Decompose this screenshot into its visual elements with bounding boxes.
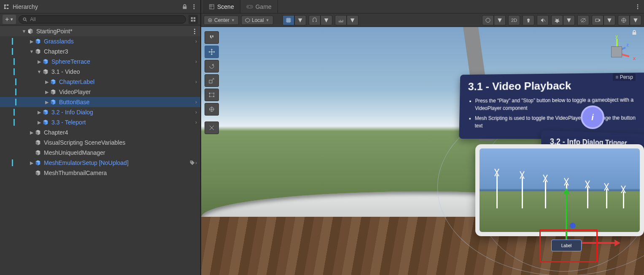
projection-toggle[interactable]: ≡ Persp (613, 73, 636, 81)
tab-menu-icon[interactable] (631, 4, 644, 10)
hierarchy-item[interactable]: MeshThumbnailCamera (0, 168, 200, 178)
scene-root-row[interactable]: ▼StartingPoint* (0, 26, 200, 36)
open-prefab-icon[interactable]: › (195, 59, 197, 65)
disclosure-icon[interactable]: ▶ (44, 79, 50, 85)
hierarchy-tree[interactable]: ▼StartingPoint*▶Grasslands›▼Chapter3▶Sph… (0, 25, 200, 275)
disclosure-icon[interactable]: ▶ (29, 39, 35, 44)
open-prefab-icon[interactable]: › (195, 160, 197, 166)
toggle-audio[interactable] (537, 15, 549, 25)
hierarchy-item[interactable]: ▶VideoPlayer (0, 87, 200, 97)
tool-transform[interactable] (205, 103, 219, 116)
world-panel-bullet: Press the "Play" and "Stop" button below… (475, 96, 639, 112)
gizmos-dropdown[interactable]: ▼ (630, 15, 641, 25)
open-prefab-icon[interactable]: › (195, 109, 197, 115)
gameobject-icon (35, 129, 41, 136)
hierarchy-item[interactable]: ▶Chapter4 (0, 127, 200, 138)
draw-mode[interactable] (482, 15, 494, 25)
tool-rotate[interactable] (205, 60, 219, 73)
toggle-lighting[interactable] (523, 15, 534, 25)
hierarchy-item-label: Chapter4 (44, 129, 197, 136)
svg-point-15 (637, 4, 639, 5)
tab-game[interactable]: Game (240, 0, 278, 13)
axis-y-label: y (615, 34, 618, 39)
grid-dropdown[interactable]: ▼ (294, 15, 306, 25)
snap-increment-dropdown[interactable]: ▼ (347, 15, 358, 25)
snap-increment[interactable] (335, 15, 347, 25)
disclosure-icon[interactable]: ▶ (44, 100, 50, 105)
open-prefab-icon[interactable]: › (195, 38, 197, 44)
hierarchy-search[interactable]: All (19, 15, 186, 24)
tool-scale[interactable] (205, 74, 219, 87)
search-input[interactable] (38, 16, 182, 22)
hierarchy-item[interactable]: ▶Grasslands› (0, 36, 200, 46)
svg-point-9 (191, 161, 191, 162)
tab-scene[interactable]: Scene (203, 0, 240, 13)
toggle-hidden[interactable] (577, 15, 589, 25)
prefab-icon (42, 109, 49, 116)
svg-point-31 (209, 96, 210, 97)
gizmos-toggle[interactable] (618, 15, 630, 25)
camera-dropdown[interactable]: ▼ (604, 15, 615, 25)
hierarchy-item[interactable]: ▶3.2 - Info Dialog› (0, 107, 200, 117)
panel-menu-icon[interactable] (191, 4, 197, 10)
disclosure-icon[interactable]: ▶ (29, 130, 35, 135)
hierarchy-item[interactable]: ▶MeshEmulatorSetup [NoUpload]› (0, 158, 200, 168)
scene-menu-icon[interactable] (192, 29, 197, 34)
snap-dropdown[interactable]: ▼ (321, 15, 332, 25)
disclosure-icon[interactable]: ▼ (36, 69, 42, 74)
grid-toggle[interactable] (283, 15, 294, 25)
toggle-2d[interactable]: 2D (508, 15, 520, 25)
svg-rect-10 (210, 4, 214, 9)
disclosure-icon[interactable]: ▶ (36, 110, 42, 115)
tool-move[interactable] (205, 46, 219, 58)
orientation-gizmo[interactable]: y x z (599, 35, 634, 69)
scene-icon (27, 28, 34, 35)
disclosure-icon[interactable]: ▶ (36, 120, 42, 125)
disclosure-icon[interactable]: ▼ (21, 29, 27, 34)
disclosure-icon[interactable]: ▼ (29, 49, 35, 54)
svg-point-30 (213, 93, 215, 94)
search-by-type-button[interactable] (189, 15, 198, 24)
axis-x-label: x (633, 56, 636, 61)
hierarchy-item[interactable]: ▶ChapterLabel› (0, 77, 200, 87)
tool-view[interactable] (205, 31, 219, 44)
hierarchy-item[interactable]: ▼Chapter3 (0, 46, 200, 57)
open-prefab-icon[interactable]: › (195, 119, 197, 125)
hierarchy-item[interactable]: ▶ButtonBase› (0, 97, 200, 107)
camera-settings[interactable] (592, 15, 604, 25)
svg-point-2 (194, 8, 195, 9)
viewport-lock-icon[interactable] (631, 30, 637, 35)
tool-pivot-space[interactable]: Local▼ (241, 16, 273, 25)
toggle-fx[interactable] (551, 15, 563, 25)
svg-rect-28 (210, 93, 214, 97)
scene-viewport[interactable]: 3.1 - Video Playback Press the "Play" an… (201, 27, 644, 275)
draw-mode-dropdown[interactable]: ▼ (494, 15, 506, 25)
gizmo-axis-z[interactable] (570, 223, 576, 229)
hierarchy-item[interactable]: ▶SphereTerrace› (0, 57, 200, 67)
open-prefab-icon[interactable]: › (195, 79, 197, 85)
disclosure-icon[interactable]: ▶ (29, 160, 35, 166)
hierarchy-item[interactable]: ▶3.3 - Teleport› (0, 117, 200, 127)
tool-rect[interactable] (205, 89, 219, 101)
svg-rect-6 (194, 17, 195, 19)
chevron-down-icon: ▼ (349, 16, 356, 24)
tool-pivot-mode[interactable]: Center▼ (204, 16, 239, 25)
hierarchy-item-label: SphereTerrace (51, 58, 195, 65)
hierarchy-item[interactable]: ▼3.1 - Video (0, 67, 200, 77)
add-button[interactable]: + ▼ (3, 15, 16, 24)
chevron-down-icon: ▼ (10, 17, 13, 22)
open-prefab-icon[interactable]: › (195, 99, 197, 105)
lock-icon[interactable] (182, 4, 188, 10)
hierarchy-panel: Hierarchy + ▼ All (0, 0, 201, 275)
disclosure-icon[interactable]: ▶ (36, 59, 42, 65)
disclosure-icon[interactable]: ▶ (44, 89, 50, 95)
world-button-base[interactable]: Label (551, 240, 582, 251)
svg-point-20 (486, 18, 490, 22)
tag-icon (189, 160, 195, 166)
snap-toggle[interactable] (309, 15, 321, 25)
info-fab-button[interactable]: i (581, 105, 604, 129)
tool-custom[interactable] (205, 121, 219, 134)
hierarchy-item[interactable]: VisualScripting SceneVariables (0, 138, 200, 148)
fx-dropdown[interactable]: ▼ (563, 15, 575, 25)
hierarchy-item[interactable]: MeshUniqueIdManager (0, 148, 200, 158)
